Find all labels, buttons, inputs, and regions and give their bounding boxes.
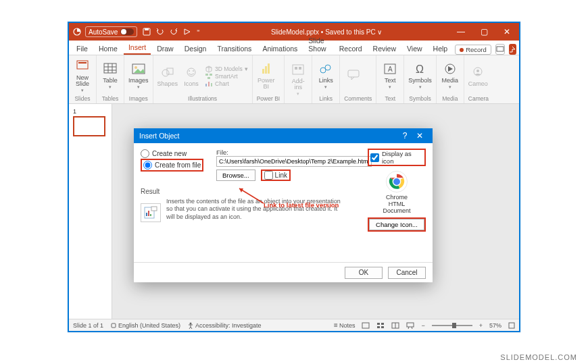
dialog-title: Insert Object — [139, 132, 180, 140]
svg-rect-29 — [299, 67, 301, 70]
tab-draw[interactable]: Draw — [152, 43, 178, 55]
svg-point-16 — [189, 70, 190, 72]
change-icon-highlight: Change Icon... — [368, 217, 426, 232]
dialog-close-button[interactable]: ✕ — [412, 131, 427, 140]
ribbon: New Slide▾ Slides Table▾ Tables Images▾ … — [69, 55, 519, 104]
file-path-input[interactable] — [216, 156, 372, 167]
table-label: Table — [103, 78, 118, 84]
view-slideshow-icon[interactable] — [406, 322, 414, 329]
autosave-toggle[interactable]: AutoSave — [85, 26, 137, 37]
ribbon-tabs: File Home Insert Draw Design Transitions… — [69, 41, 519, 55]
accessibility-status[interactable]: Accessibility: Investigate — [187, 322, 262, 329]
svg-text:A: A — [388, 66, 393, 73]
record-button[interactable]: Record — [455, 45, 491, 55]
addins-button[interactable]: Add- ins▾ — [289, 63, 308, 97]
svg-point-31 — [325, 65, 330, 70]
language-status[interactable]: English (United States) — [110, 322, 180, 329]
media-label: Media — [442, 78, 459, 84]
ok-button[interactable]: OK — [345, 267, 383, 279]
symbols-button[interactable]: ΩSymbols▾ — [408, 62, 432, 90]
shapes-label: Shapes — [157, 81, 178, 87]
zoom-out-button[interactable]: − — [421, 322, 424, 329]
tab-help[interactable]: Help — [428, 43, 453, 55]
tab-record[interactable]: Record — [335, 43, 367, 55]
view-normal-icon[interactable] — [362, 322, 370, 329]
chart-button[interactable]: Chart — [205, 80, 248, 87]
svg-rect-51 — [509, 323, 514, 328]
shapes-button[interactable]: Shapes — [157, 66, 178, 87]
slide-thumbnail-pane: 1 — [69, 104, 112, 319]
group-addins-label — [289, 101, 308, 102]
icons-button[interactable]: Icons — [182, 66, 201, 87]
svg-rect-2 — [145, 28, 149, 30]
group-illustrations-label: Illustrations — [157, 95, 248, 102]
fit-window-icon[interactable] — [508, 322, 515, 329]
link-checkbox[interactable] — [264, 171, 273, 180]
cameo-button[interactable]: Cameo — [468, 66, 488, 87]
present-button[interactable] — [495, 44, 505, 55]
svg-rect-48 — [407, 323, 414, 327]
zoom-slider[interactable] — [432, 325, 472, 326]
svg-rect-19 — [210, 74, 212, 76]
notes-button[interactable]: ≡Notes — [334, 321, 355, 329]
slide-thumbnail-1[interactable] — [73, 116, 105, 136]
svg-rect-26 — [268, 63, 270, 74]
view-sorter-icon[interactable] — [376, 322, 385, 329]
cancel-button[interactable]: Cancel — [388, 267, 426, 279]
smartart-button[interactable]: SmartArt — [205, 73, 248, 80]
tab-transitions[interactable]: Transitions — [212, 43, 256, 55]
display-as-icon-checkbox[interactable]: Display as icon — [368, 149, 426, 166]
close-button[interactable]: ✕ — [499, 27, 515, 36]
create-from-file-radio[interactable]: Create from file — [143, 161, 201, 170]
tab-view[interactable]: View — [402, 43, 427, 55]
links-button[interactable]: Links▾ — [316, 62, 335, 90]
media-button[interactable]: Media▾ — [441, 62, 460, 90]
text-button[interactable]: AText▾ — [381, 62, 399, 90]
svg-rect-18 — [205, 74, 208, 76]
save-icon[interactable] — [143, 28, 151, 36]
images-button[interactable]: Images▾ — [128, 62, 149, 90]
tab-design[interactable]: Design — [180, 43, 212, 55]
svg-rect-32 — [348, 70, 359, 77]
dialog-help-button[interactable]: ? — [397, 131, 412, 140]
tab-slideshow[interactable]: Slide Show — [303, 34, 333, 55]
tab-review[interactable]: Review — [368, 43, 401, 55]
browse-button[interactable]: Browse... — [216, 170, 255, 181]
start-icon[interactable] — [183, 28, 191, 36]
file-label: File: — [216, 149, 372, 156]
thumbnail-number: 1 — [73, 108, 107, 115]
tab-animations[interactable]: Animations — [258, 43, 302, 55]
share-button[interactable] — [509, 44, 516, 55]
tab-insert[interactable]: Insert — [124, 41, 151, 55]
svg-point-12 — [134, 66, 137, 69]
maximize-button[interactable]: ▢ — [476, 27, 492, 36]
undo-icon[interactable] — [156, 28, 164, 36]
group-slides-label: Slides — [73, 95, 92, 102]
watermark: SLIDEMODEL.COM — [500, 353, 577, 361]
svg-point-15 — [187, 68, 195, 76]
tab-home[interactable]: Home — [94, 43, 122, 55]
powerbi-button[interactable]: Power BI — [257, 62, 276, 90]
change-icon-button[interactable]: Change Icon... — [369, 219, 424, 230]
create-new-radio[interactable]: Create new — [141, 149, 208, 158]
3d-models-button[interactable]: 3D Models ▾ — [205, 66, 248, 72]
comment-button[interactable] — [344, 68, 363, 84]
zoom-in-button[interactable]: + — [479, 322, 483, 329]
zoom-level[interactable]: 57% — [489, 322, 501, 329]
create-new-label: Create new — [152, 150, 187, 157]
table-button[interactable]: Table▾ — [101, 62, 120, 90]
new-slide-button[interactable]: New Slide▾ — [73, 59, 92, 93]
autosave-switch-icon — [120, 28, 134, 35]
window-title: SlideModel.pptx • Saved to this PC ∨ — [200, 28, 453, 36]
svg-rect-3 — [497, 47, 504, 51]
redo-icon[interactable] — [170, 28, 178, 36]
addins-label: Add- ins — [292, 78, 305, 90]
svg-rect-39 — [112, 323, 116, 328]
quick-access-toolbar: ⁼ — [143, 28, 200, 36]
accessibility-icon — [187, 322, 194, 329]
svg-rect-20 — [207, 77, 210, 79]
minimize-button[interactable]: — — [453, 27, 469, 36]
images-label: Images — [128, 78, 149, 84]
tab-file[interactable]: File — [72, 43, 93, 55]
view-reading-icon[interactable] — [391, 322, 399, 329]
